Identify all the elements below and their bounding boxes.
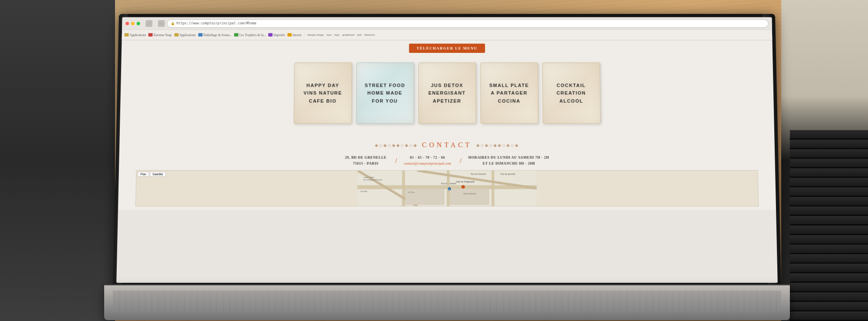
bookmarks-bar: Applications Eurostar Snap Applications … <box>122 30 773 40</box>
laptop-screen-bezel: CRES PLANO ‹ › 🔒 https:// <box>113 14 781 286</box>
contact-heading: ◆◇◆◇◆◆◇◆◇◆ CONTACT ◆◇◆◇◆◆◇◆◇◆ <box>128 141 766 149</box>
svg-text:M: M <box>448 188 450 190</box>
card3-line2: ENERGISANT <box>428 90 466 96</box>
bookmark-folder-icon2 <box>174 33 178 36</box>
browser-url-bar[interactable]: 🔒 https://www.comptoirprincipal.com/#hom… <box>167 19 769 27</box>
lock-icon: 🔒 <box>171 21 175 25</box>
bookmark-eurostar[interactable]: Eurostar Snap <box>148 33 172 37</box>
bookmark-separator: | <box>304 33 305 36</box>
laptop: CRES PLANO ‹ › 🔒 https:// <box>104 9 794 321</box>
map-area[interactable]: Plan Satellite Rue de Grenelle <box>135 170 759 206</box>
map-satellite-button[interactable]: Satellite <box>150 172 166 177</box>
bookmark-emballage-icon <box>198 33 203 36</box>
bookmark-trophees-icon <box>234 33 239 36</box>
bookmark-apps2[interactable]: Applications <box>174 33 196 37</box>
laptop-keyboard <box>113 291 781 312</box>
card1-line3: CAFE BIO <box>309 98 337 104</box>
dots-divider: · · · · · · · · · · · · · · · · · · · · … <box>120 130 775 138</box>
svg-text:Dez Poissons St-Lands: Dez Poissons St-Lands <box>364 179 382 181</box>
map-plan-button[interactable]: Plan <box>138 172 149 177</box>
browser-chrome: ‹ › 🔒 https://www.comptoirprincipal.com/… <box>122 17 773 40</box>
laptop-screen: ‹ › 🔒 https://www.comptoirprincipal.com/… <box>116 17 778 283</box>
card5-line3: ALCOOL <box>559 98 583 104</box>
bookmark-emballage[interactable]: Emballage de froma... <box>198 33 232 37</box>
svg-text:Hôtel 7 Eiffel: Hôtel 7 Eiffel <box>364 176 374 178</box>
left-wall <box>0 0 115 321</box>
svg-text:Cafe de l'Esplanade: Cafe de l'Esplanade <box>456 181 475 183</box>
right-panel <box>781 0 868 321</box>
bookmark-importes-icon <box>268 33 273 36</box>
contact-hours: HORAIRES DU LUNDI AU SAMEDI 7H - 2H ET L… <box>460 153 558 168</box>
bookmark-banque[interactable]: banque image <box>307 33 324 36</box>
browser-back-button[interactable]: ‹ <box>145 20 152 26</box>
contact-address: 29, BD DE GRENELLE 75015 - PARIS <box>336 153 395 168</box>
bookmark-folder-icon <box>125 33 129 36</box>
svg-text:Rue de Grenelle: Rue de Grenelle <box>471 173 486 175</box>
contact-address-line2: 75015 - PARIS <box>345 160 387 166</box>
browser-maximize-dot[interactable] <box>137 22 140 25</box>
svg-point-10 <box>461 185 465 189</box>
svg-rect-5 <box>492 170 494 206</box>
bookmark-trophees[interactable]: Les Trophées de la... <box>234 33 266 37</box>
svg-text:Rue de grenelle: Rue de grenelle <box>501 173 516 175</box>
menu-card-small-plate[interactable]: SMALL PLATE A PARTAGER COCINA <box>480 62 538 124</box>
card3-line1: JUS DETOX <box>431 82 464 88</box>
bookmark-graphisme[interactable]: graphisme <box>342 33 355 36</box>
bookmark-eurostar-icon <box>148 33 153 36</box>
contact-email[interactable]: contact@comptoirprincipal.com <box>404 160 451 166</box>
cta-section: TÉLÉCHARGER LE MENU <box>122 40 773 56</box>
card2-line3: FOR YOU <box>372 98 398 104</box>
bookmark-apps[interactable]: Applications <box>125 33 146 37</box>
bookmark-favoris[interactable]: favoris <box>287 33 301 37</box>
card5-line2: CREATION <box>556 90 586 96</box>
contact-info-row: 29, BD DE GRENELLE 75015 - PARIS 01 - 45… <box>128 153 766 168</box>
menu-card-street-food[interactable]: STREET FOOD HOME MADE FOR YOU <box>356 62 414 124</box>
svg-rect-3 <box>402 170 405 206</box>
card3-line3: APETIZER <box>433 98 461 104</box>
bookmark-pub[interactable]: pub <box>357 33 362 36</box>
map-controls: Plan Satellite <box>138 172 166 177</box>
bookmark-logo[interactable]: logo <box>334 33 339 36</box>
website-content: TÉLÉCHARGER LE MENU HAPPY DAY VINS NATUR… <box>118 40 776 210</box>
svg-text:Le Troc...: Le Troc... <box>408 191 416 193</box>
browser-minimize-dot[interactable] <box>131 22 135 25</box>
card5-line1: COCKTAIL <box>556 82 585 88</box>
card1-line2: VINS NATURE <box>303 90 342 96</box>
contact-address-line1: 29, BD DE GRENELLE <box>345 155 387 160</box>
browser-close-dot[interactable] <box>125 22 129 25</box>
bookmark-favoris-icon <box>287 33 292 36</box>
laptop-base <box>104 285 790 320</box>
card2-line1: STREET FOOD <box>365 82 405 88</box>
browser-toolbar: ‹ › 🔒 https://www.comptoirprincipal.com/… <box>122 17 772 30</box>
bookmark-importes[interactable]: Importés <box>268 33 285 37</box>
bookmark-eurostar-label: Eurostar Snap <box>154 33 172 37</box>
download-menu-button[interactable]: TÉLÉCHARGER LE MENU <box>409 44 485 53</box>
contact-title: CONTACT <box>422 141 472 149</box>
card2-line2: HOME MADE <box>367 90 402 96</box>
browser-forward-button[interactable]: › <box>158 20 165 26</box>
bookmark-typo[interactable]: typo <box>326 33 332 36</box>
menu-card-jus-detox[interactable]: JUS DETOX ENERGISANT APETIZER <box>418 62 476 124</box>
menu-card-cocktail[interactable]: COCKTAIL CREATION ALCOOL <box>542 62 600 124</box>
svg-text:Rue de grenelle: Rue de grenelle <box>464 193 477 195</box>
menu-cards-section: HAPPY DAY VINS NATURE CAFE BIO STREET FO… <box>120 56 774 130</box>
menu-card-happy-day[interactable]: HAPPY DAY VINS NATURE CAFE BIO <box>293 62 352 124</box>
svg-text:Grenelle: Grenelle <box>361 190 368 193</box>
bookmark-label: Applications <box>129 33 146 37</box>
contact-phone: 01 - 45 - 78 - 72 - 66 <box>404 155 451 160</box>
map-svg: Rue de Grenelle <box>136 170 758 206</box>
card4-line3: COCINA <box>498 98 520 104</box>
card1-line1: HAPPY DAY <box>306 82 339 88</box>
svg-rect-9 <box>450 188 489 205</box>
radiator <box>790 130 868 321</box>
contact-hours-line1: HORAIRES DU LUNDI AU SAMEDI 7H - 2H <box>468 155 549 160</box>
card4-line2: A PARTAGER <box>491 90 528 96</box>
contact-diamond-right: ◆◇◆◇◆◆◇◆◇◆ <box>476 143 519 147</box>
browser-url-text: https://www.comptoirprincipal.com/#home <box>176 21 256 25</box>
contact-diamond-left: ◆◇◆◇◆◆◇◆◇◆ <box>375 143 418 147</box>
contact-phone-email: 01 - 45 - 78 - 72 - 66 contact@comptoirp… <box>395 153 460 168</box>
card4-line1: SMALL PLATE <box>489 82 529 88</box>
contact-hours-line2: ET LE DIMANCHE 8H - 20H <box>468 160 549 166</box>
bookmark-illustrato[interactable]: illustrato <box>364 33 375 36</box>
contact-section: ◆◇◆◇◆◆◇◆◇◆ CONTACT ◆◇◆◇◆◆◇◆◇◆ 29, BD DE … <box>118 138 776 210</box>
